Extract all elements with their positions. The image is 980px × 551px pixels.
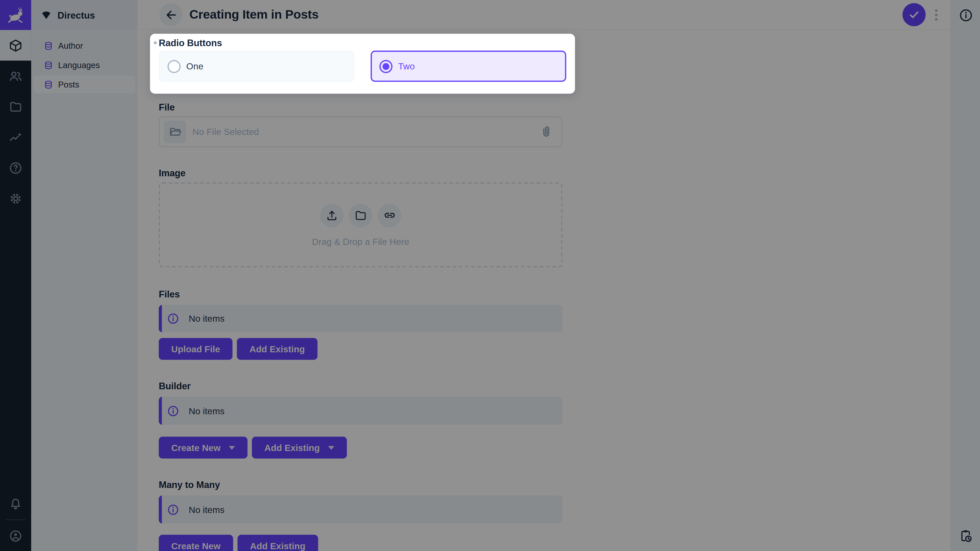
radio-options: One Two [159,51,566,82]
radio-option-two[interactable]: Two [371,51,566,82]
radio-option-label: Two [398,61,415,71]
radio-unchecked-icon [167,60,180,73]
field-edited-dot [154,41,157,44]
radio-field-header: Radio Buttons [154,38,566,48]
field-label: Radio Buttons [159,38,222,48]
radio-option-one[interactable]: One [159,51,355,82]
app-window: Directus Author Languages Posts [0,0,980,551]
radio-checked-icon [380,60,393,73]
radio-option-label: One [186,61,204,71]
radio-buttons-panel: Radio Buttons One Two [150,34,575,94]
